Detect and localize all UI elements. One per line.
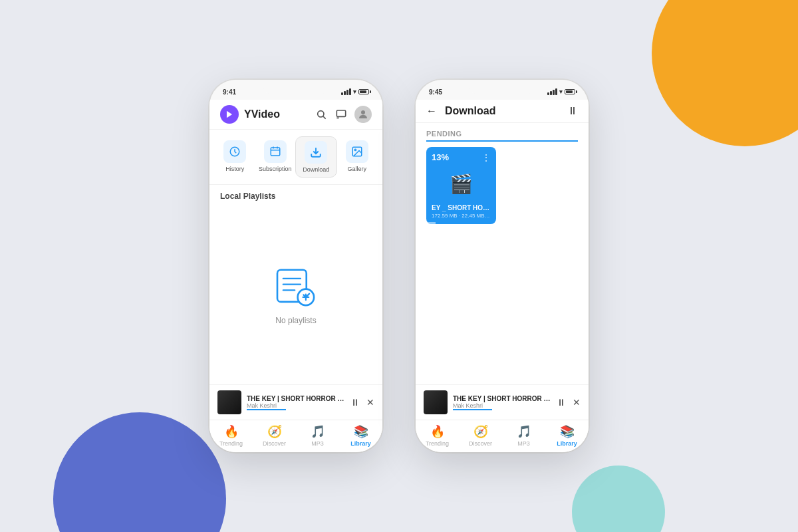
phone2-library-icon: 📚: [560, 424, 575, 439]
battery-icon: [358, 89, 369, 94]
phone2-mini-controls: ⏸ ✕: [557, 397, 581, 408]
local-playlists-title: Local Playlists: [209, 185, 382, 205]
app-title: YVideo: [244, 108, 315, 120]
quick-item-subscription[interactable]: Subscription: [255, 136, 296, 178]
svg-point-13: [354, 149, 356, 150]
signal-icon: [341, 88, 351, 95]
trending-label: Trending: [219, 440, 243, 447]
mini-player-title: THE KEY | SHORT HORROR FI...: [247, 395, 345, 402]
download-card[interactable]: 13% ⋮ 🎬 EY _ SHORT HORROR ... 172.59 MB …: [426, 147, 496, 224]
trending-icon: 🔥: [224, 424, 239, 439]
mini-player-thumb: [217, 390, 241, 414]
bg-decoration-orange: [652, 0, 798, 146]
nav-item-discover[interactable]: 🧭 Discover: [253, 424, 296, 447]
phone2-nav-discover[interactable]: 🧭 Discover: [459, 424, 502, 447]
phone2-mini-thumb: [424, 390, 448, 414]
svg-marker-0: [227, 111, 232, 118]
download-card-top: 13% ⋮: [432, 152, 491, 163]
svg-point-1: [318, 111, 324, 117]
download-progress-bar: [426, 222, 436, 224]
phone2-nav-mp3[interactable]: 🎵 MP3: [502, 424, 545, 447]
download-percent: 13%: [432, 152, 449, 162]
phone2-mp3-icon: 🎵: [517, 424, 531, 439]
phone2-close-button[interactable]: ✕: [573, 397, 581, 408]
phone-1: 9:41 ▾ YVideo: [209, 80, 382, 452]
phone2-nav-library[interactable]: 📚 Library: [545, 424, 589, 447]
download-thumb: 🎬: [432, 167, 491, 200]
phone2-mini-artist: Mak Keshri: [453, 402, 551, 409]
phone2-pause-button[interactable]: ⏸: [557, 397, 566, 408]
phone2-discover-icon: 🧭: [473, 424, 488, 439]
download-label: Download: [303, 166, 329, 173]
app-logo: [220, 105, 239, 124]
bg-decoration-teal: [572, 466, 665, 532]
svg-rect-7: [271, 148, 280, 156]
phone2-battery-icon: [565, 89, 575, 94]
library-label: Library: [350, 440, 371, 447]
quick-item-download[interactable]: Download: [295, 136, 337, 178]
download-more-menu[interactable]: ⋮: [481, 152, 491, 163]
download-name: EY _ SHORT HORROR ...: [432, 204, 491, 211]
phone-2-time: 9:45: [429, 88, 442, 96]
phone2-trending-label: Trending: [426, 440, 449, 447]
mini-player-progress: [247, 409, 286, 410]
mini-player-artist: Mak Keshri: [247, 402, 345, 409]
empty-state: No playlists: [209, 205, 382, 384]
user-avatar[interactable]: [354, 106, 372, 123]
quick-access-row: History Subscription Download: [209, 130, 382, 185]
library-icon: 📚: [354, 424, 368, 439]
back-button[interactable]: ←: [426, 105, 437, 117]
discover-icon: 🧭: [267, 424, 282, 439]
bg-decoration-blue: [53, 412, 226, 532]
download-page-header: ← Download ⏸: [416, 100, 589, 123]
phone-1-content: YVideo: [209, 100, 382, 452]
mini-close-button[interactable]: ✕: [366, 397, 374, 408]
phone-2-notch: [469, 80, 535, 94]
phone-1-time: 9:41: [223, 88, 236, 96]
gallery-label: Gallery: [347, 166, 366, 172]
mini-player-info: THE KEY | SHORT HORROR FI... Mak Keshri: [247, 395, 345, 410]
phone2-mini-info: THE KEY | SHORT HORROR FI... Mak Keshri: [453, 395, 551, 410]
download-page-title: Download: [445, 105, 559, 117]
phone-2-mini-player[interactable]: THE KEY | SHORT HORROR FI... Mak Keshri …: [416, 384, 589, 420]
phone2-trending-icon: 🔥: [430, 424, 445, 439]
quick-item-gallery[interactable]: Gallery: [337, 136, 378, 178]
phone2-signal-icon: [547, 88, 557, 95]
mini-player-controls: ⏸ ✕: [350, 397, 374, 408]
svg-point-5: [361, 110, 365, 114]
history-label: History: [225, 166, 244, 172]
svg-rect-3: [336, 110, 345, 116]
phones-container: 9:41 ▾ YVideo: [209, 80, 589, 452]
mini-pause-button[interactable]: ⏸: [350, 397, 360, 408]
quick-item-history[interactable]: History: [215, 136, 255, 178]
nav-item-mp3[interactable]: 🎵 MP3: [296, 424, 339, 447]
phone2-mini-title: THE KEY | SHORT HORROR FI...: [453, 395, 551, 402]
phone-1-status-icons: ▾: [341, 88, 369, 95]
phone-1-app-header: YVideo: [209, 100, 382, 130]
wifi-icon: ▾: [353, 88, 356, 95]
global-pause-button[interactable]: ⏸: [567, 105, 578, 117]
download-icon: [305, 141, 327, 164]
phone2-mini-progress: [453, 409, 492, 410]
empty-playlist-icon: [273, 264, 319, 311]
subscription-label: Subscription: [259, 166, 292, 172]
phone-2-bottom-nav: 🔥 Trending 🧭 Discover 🎵 MP3 📚 Library: [416, 420, 589, 452]
phone2-discover-label: Discover: [469, 440, 492, 447]
nav-item-trending[interactable]: 🔥 Trending: [209, 424, 253, 447]
history-icon: [223, 140, 246, 163]
phone-1-notch: [263, 80, 329, 94]
phone-2-status-icons: ▾: [547, 88, 575, 95]
search-icon[interactable]: [315, 108, 328, 121]
phone-2: 9:45 ▾ ← Download ⏸: [416, 80, 589, 452]
cast-icon[interactable]: [334, 108, 348, 121]
pending-label: PENDING: [426, 130, 578, 142]
content-spacer: [416, 231, 589, 384]
nav-item-library[interactable]: 📚 Library: [339, 424, 382, 447]
download-info: 172.59 MB · 22.45 MB/·01:47:5...: [432, 213, 491, 219]
empty-playlists-text: No playlists: [275, 316, 316, 325]
phone2-nav-trending[interactable]: 🔥 Trending: [416, 424, 459, 447]
subscription-icon: [264, 140, 287, 163]
phone-1-mini-player[interactable]: THE KEY | SHORT HORROR FI... Mak Keshri …: [209, 384, 382, 420]
mp3-label: MP3: [311, 440, 324, 447]
svg-line-2: [323, 116, 326, 119]
